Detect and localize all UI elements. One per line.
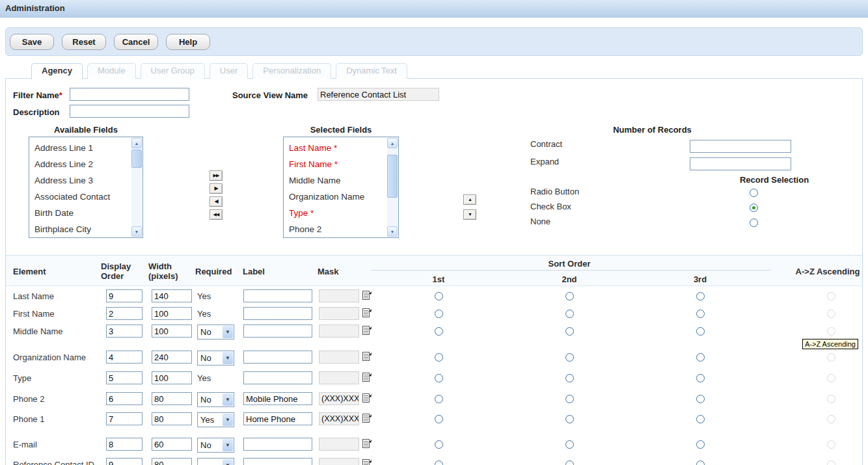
mask-lookup-icon[interactable] [362, 308, 372, 318]
list-item[interactable]: Organization Name [284, 189, 387, 205]
label-input[interactable] [243, 351, 312, 364]
display-order-input[interactable] [106, 458, 142, 465]
sort-radio-3rd[interactable] [696, 415, 705, 423]
sort-radio-1st[interactable] [435, 310, 443, 318]
label-input[interactable] [243, 289, 312, 302]
record-selection-none[interactable] [750, 219, 758, 227]
mask-lookup-icon[interactable] [362, 325, 372, 336]
sort-radio-3rd[interactable] [696, 310, 705, 318]
sort-radio-1st[interactable] [435, 415, 443, 423]
required-select[interactable]: No▼ [197, 392, 234, 407]
sort-radio-1st[interactable] [435, 395, 443, 403]
sort-radio-2nd[interactable] [565, 460, 574, 465]
width-input[interactable] [152, 307, 192, 320]
width-input[interactable] [152, 371, 192, 384]
selected-fields-list[interactable]: Last Name *First Name *Middle NameOrgani… [283, 137, 399, 238]
width-input[interactable] [152, 289, 192, 302]
width-input[interactable] [152, 392, 192, 405]
required-select[interactable]: No▼ [197, 438, 234, 453]
move-down-button[interactable]: ▼ [463, 209, 476, 220]
label-input[interactable] [243, 412, 312, 425]
sort-radio-1st[interactable] [435, 292, 443, 300]
mask-lookup-icon[interactable] [362, 438, 372, 449]
sort-radio-2nd[interactable] [565, 374, 574, 382]
cancel-button[interactable]: Cancel [114, 34, 158, 50]
sort-radio-3rd[interactable] [696, 353, 705, 362]
label-input[interactable] [243, 371, 312, 384]
sort-radio-1st[interactable] [435, 374, 443, 382]
display-order-input[interactable] [106, 392, 142, 405]
list-item[interactable]: Middle Name [284, 172, 387, 189]
sort-radio-2nd[interactable] [565, 327, 574, 336]
contract-input[interactable] [690, 140, 791, 153]
label-input[interactable] [243, 307, 312, 320]
tab-agency[interactable]: Agency [31, 63, 83, 79]
display-order-input[interactable] [106, 371, 142, 384]
display-order-input[interactable] [106, 412, 142, 425]
tab-dynamic-text[interactable]: Dynamic Text [336, 63, 407, 79]
list-item[interactable]: Associated Contact [29, 189, 131, 205]
display-order-input[interactable] [106, 307, 142, 320]
filter-name-input[interactable] [70, 88, 189, 101]
sort-radio-3rd[interactable] [696, 327, 705, 336]
sort-radio-2nd[interactable] [565, 395, 574, 403]
list-item[interactable]: Phone 2 [284, 221, 387, 237]
description-input[interactable] [70, 105, 189, 118]
display-order-input[interactable] [106, 289, 142, 302]
scroll-up-icon[interactable]: ▲ [131, 138, 142, 148]
sort-radio-1st[interactable] [435, 460, 443, 465]
tab-module[interactable]: Module [87, 63, 136, 79]
move-left-button[interactable]: ◀ [210, 196, 223, 207]
help-button[interactable]: Help [166, 34, 210, 50]
mask-lookup-icon[interactable] [362, 372, 372, 382]
available-fields-scrollbar[interactable]: ▲ ▼ [131, 138, 142, 237]
width-input[interactable] [152, 351, 192, 364]
move-up-button[interactable]: ▲ [463, 194, 476, 205]
sort-radio-1st[interactable] [435, 353, 443, 362]
mask-lookup-icon[interactable] [362, 458, 372, 465]
move-all-left-button[interactable]: ◀◀ [210, 209, 223, 220]
scroll-down-icon[interactable]: ▼ [131, 226, 142, 237]
list-item[interactable]: Birthplace City [29, 221, 131, 237]
display-order-input[interactable] [106, 351, 142, 364]
sort-radio-2nd[interactable] [565, 415, 574, 423]
reset-button[interactable]: Reset [62, 34, 106, 50]
sort-radio-3rd[interactable] [696, 374, 705, 382]
sort-radio-2nd[interactable] [565, 440, 574, 449]
move-right-button[interactable]: ▶ [210, 183, 223, 194]
sort-radio-2nd[interactable] [565, 353, 574, 362]
sort-radio-3rd[interactable] [696, 292, 705, 300]
mask-lookup-icon[interactable] [362, 290, 372, 300]
scrollbar-thumb[interactable] [131, 150, 142, 168]
selected-fields-scrollbar[interactable]: ▲ ▼ [387, 138, 398, 237]
expand-input[interactable] [690, 157, 791, 170]
width-input[interactable] [152, 458, 192, 465]
display-order-input[interactable] [106, 438, 142, 451]
save-button[interactable]: Save [10, 34, 54, 50]
sort-radio-3rd[interactable] [696, 460, 705, 465]
scroll-down-icon[interactable]: ▼ [387, 226, 398, 237]
list-item[interactable]: Address Line 1 [29, 140, 131, 156]
required-select[interactable]: No▼ [197, 351, 234, 365]
tab-user[interactable]: User [210, 63, 248, 79]
required-select[interactable]: Yes▼ [197, 412, 234, 427]
list-item[interactable]: Type * [284, 205, 387, 221]
width-input[interactable] [152, 325, 192, 338]
display-order-input[interactable] [106, 325, 142, 338]
sort-radio-3rd[interactable] [696, 440, 705, 449]
available-fields-list[interactable]: Address Line 1Address Line 2Address Line… [29, 137, 143, 238]
scroll-up-icon[interactable]: ▲ [387, 138, 398, 148]
label-input[interactable] [243, 392, 312, 405]
width-input[interactable] [152, 412, 192, 425]
mask-lookup-icon[interactable] [362, 393, 372, 403]
sort-radio-1st[interactable] [435, 440, 443, 449]
required-select[interactable]: ▼ [197, 458, 234, 465]
list-item[interactable]: Address Line 3 [29, 172, 131, 189]
tab-personalization[interactable]: Personalization [252, 63, 331, 79]
label-input[interactable] [243, 458, 312, 465]
mask-lookup-icon[interactable] [362, 351, 372, 362]
scrollbar-thumb[interactable] [387, 155, 398, 198]
width-input[interactable] [152, 438, 192, 451]
required-select[interactable]: No▼ [197, 325, 234, 339]
sort-radio-2nd[interactable] [565, 310, 574, 318]
